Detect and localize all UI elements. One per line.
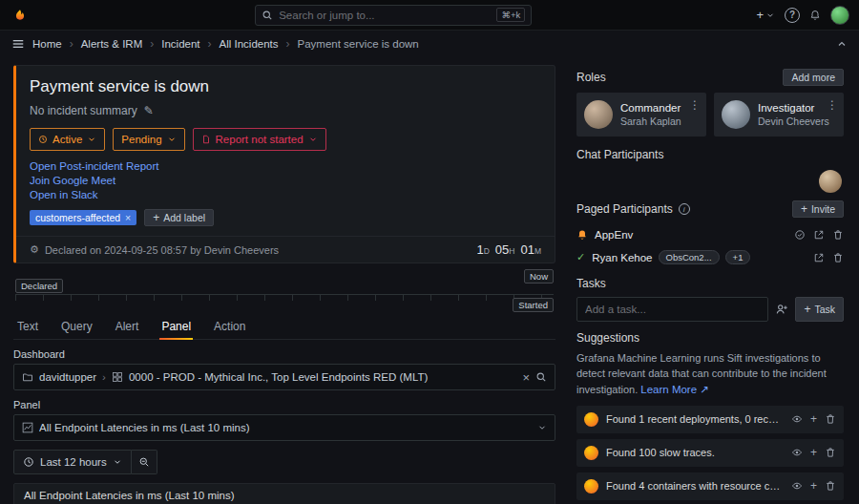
help-button[interactable]: ?	[785, 8, 800, 23]
gear-icon[interactable]: ⚙	[30, 243, 39, 256]
chevron-down-icon	[308, 135, 318, 144]
breadcrumb-item-alerts-irm[interactable]: Alerts & IRM	[81, 38, 143, 50]
dashboard-field-label: Dashboard	[13, 348, 555, 360]
suggestion-item-slow-traces[interactable]: Found 100 slow traces. +	[576, 439, 844, 467]
assign-user-icon[interactable]	[775, 303, 788, 316]
more-count-chip[interactable]: +1	[725, 250, 751, 264]
report-status-dropdown[interactable]: Report not started	[193, 128, 326, 151]
label-chip[interactable]: customers-affected ×	[30, 210, 136, 225]
oncall-schedule-chip[interactable]: ObsCon2...	[659, 250, 720, 264]
dashboard-picker[interactable]: davidtupper › 0000 - PROD - Mythical Inc…	[13, 364, 555, 390]
paged-name: Ryan Kehoe	[592, 252, 652, 263]
add-task-input[interactable]	[576, 297, 768, 322]
breadcrumb-item-all-incidents[interactable]: All Incidents	[220, 38, 279, 50]
add-label-button[interactable]: + Add label	[144, 209, 214, 226]
label-chip-text: customers-affected	[35, 212, 120, 223]
duration-days-unit: D	[484, 246, 490, 256]
timeline-started-marker: Started	[513, 298, 554, 312]
search-input[interactable]	[279, 10, 491, 21]
incident-duration: 1D 05H 01M	[476, 242, 541, 257]
suggestion-text: Found 100 slow traces.	[606, 447, 784, 458]
trash-icon[interactable]	[825, 447, 836, 458]
role-card-investigator: Investigator Devin Cheevers ⋮	[714, 93, 844, 136]
add-task-button[interactable]: + Task	[795, 297, 844, 322]
role-person: Sarah Kaplan	[620, 116, 681, 127]
check-icon: ✓	[576, 251, 585, 263]
time-range-picker[interactable]: Last 12 hours	[13, 450, 132, 474]
view-icon[interactable]	[791, 447, 803, 458]
acknowledge-icon[interactable]	[794, 229, 806, 241]
avatar[interactable]	[584, 100, 613, 129]
view-icon[interactable]	[791, 480, 803, 492]
chevron-right-icon: ›	[102, 371, 106, 383]
severity-dropdown[interactable]: Pending	[113, 128, 184, 151]
tab-text[interactable]: Text	[15, 313, 40, 339]
tab-panel[interactable]: Panel	[159, 313, 193, 339]
chevron-down-icon	[113, 457, 122, 467]
trash-icon[interactable]	[832, 229, 844, 241]
breadcrumb-item-incident[interactable]: Incident	[161, 38, 199, 50]
zoom-out-button[interactable]	[132, 450, 157, 474]
trash-icon[interactable]	[832, 252, 844, 263]
mega-menu-icon[interactable]	[11, 37, 25, 51]
learn-more-link[interactable]: Learn More ↗	[640, 384, 709, 395]
avatar[interactable]	[722, 100, 750, 129]
breadcrumb: Home › Alerts & IRM › Incident › All Inc…	[0, 31, 859, 57]
join-google-meet-link[interactable]: Join Google Meet	[30, 175, 115, 186]
open-post-incident-report-link[interactable]: Open Post-incident Report	[30, 160, 159, 172]
grafana-logo[interactable]	[10, 5, 31, 26]
roles-title: Roles	[576, 71, 606, 84]
severity-label: Pending	[121, 134, 161, 145]
time-range-value: Last 12 hours	[40, 456, 107, 468]
tab-query[interactable]: Query	[59, 313, 94, 339]
collapse-chevron-up-icon[interactable]	[836, 38, 848, 50]
suggestion-item-deployments[interactable]: Found 1 recent deployments, 0 recent sta…	[576, 406, 844, 433]
chevron-down-icon	[167, 135, 177, 144]
news-button[interactable]	[809, 10, 821, 21]
add-menu-button[interactable]: +	[756, 8, 775, 22]
timeline-ticks	[15, 294, 554, 301]
duration-minutes: 01	[520, 242, 534, 257]
suggestion-text: Found 4 containers with resource content…	[606, 480, 784, 492]
edit-summary-icon[interactable]: ✎	[144, 104, 154, 117]
duration-minutes-unit: M	[534, 246, 541, 256]
add-icon[interactable]: +	[810, 480, 817, 492]
add-more-roles-button[interactable]: Add more	[783, 69, 844, 86]
trash-icon[interactable]	[825, 480, 836, 492]
external-link-icon[interactable]	[813, 252, 825, 263]
remove-label-icon[interactable]: ×	[125, 212, 131, 223]
trash-icon[interactable]	[825, 413, 836, 425]
paging-bell-icon	[576, 229, 588, 241]
report-status-label: Report not started	[216, 134, 304, 145]
invite-button[interactable]: + Invite	[792, 200, 844, 218]
help-icon: ?	[789, 10, 795, 20]
panel-picker[interactable]: All Endpoint Latencies in ms (Last 10 mi…	[13, 414, 555, 441]
search-icon[interactable]	[535, 371, 547, 383]
view-icon[interactable]	[791, 413, 803, 425]
tab-action[interactable]: Action	[212, 313, 247, 339]
timeline-declared-marker: Declared	[15, 279, 63, 293]
external-link-icon: ↗	[700, 384, 709, 395]
clear-dashboard-icon[interactable]: ×	[522, 370, 530, 385]
kebab-menu-icon[interactable]: ⋮	[827, 98, 838, 112]
add-icon[interactable]: +	[810, 413, 817, 425]
kebab-menu-icon[interactable]: ⋮	[689, 98, 701, 112]
incident-timeline-ruler[interactable]: Declared Now Started	[15, 271, 554, 311]
paged-name: AppEnv	[595, 229, 633, 241]
tab-alert[interactable]: Alert	[114, 313, 141, 339]
topbar-center: ⌘+k	[38, 5, 748, 26]
open-in-slack-link[interactable]: Open in Slack	[30, 189, 98, 200]
chart-title: All Endpoint Latencies in ms (Last 10 mi…	[24, 490, 545, 501]
graph-icon	[22, 422, 33, 433]
chat-participant-avatar[interactable]	[819, 170, 842, 193]
suggestion-item-resource-contentions[interactable]: Found 4 containers with resource content…	[576, 472, 844, 500]
incident-sidebar: Roles Add more Commander Sarah Kaplan ⋮ …	[567, 57, 859, 504]
search-box[interactable]: ⌘+k	[255, 5, 532, 26]
role-person: Devin Cheevers	[758, 116, 829, 127]
user-avatar[interactable]	[830, 6, 849, 25]
status-dropdown[interactable]: Active	[30, 128, 105, 151]
add-icon[interactable]: +	[810, 447, 817, 458]
breadcrumb-item-home[interactable]: Home	[32, 38, 62, 50]
external-link-icon[interactable]	[813, 229, 825, 241]
sift-icon	[584, 446, 598, 460]
